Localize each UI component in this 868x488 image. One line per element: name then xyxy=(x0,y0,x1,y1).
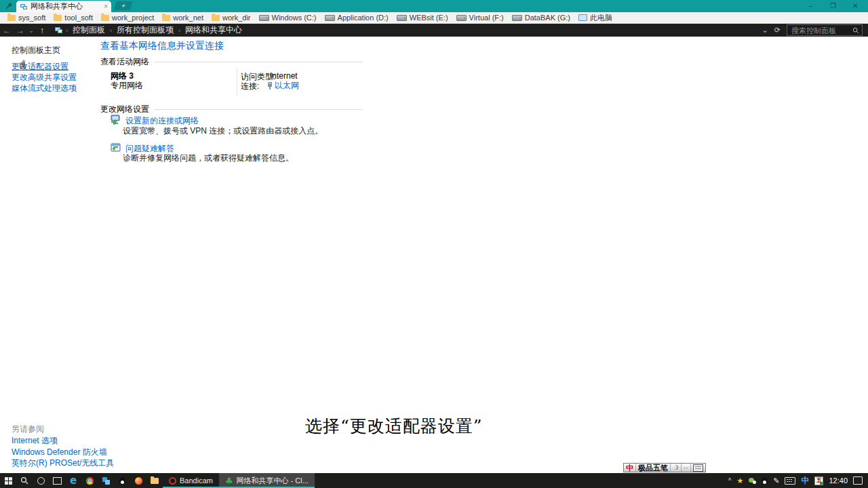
addressbar-right-controls: ⌄ ⟳ xyxy=(762,24,863,36)
see-also-title: 另请参阅 xyxy=(12,424,44,435)
qq-button[interactable] xyxy=(114,473,130,488)
refresh-icon[interactable]: ⟳ xyxy=(774,26,781,35)
wechat-icon[interactable] xyxy=(749,478,756,484)
breadcrumb-all-items[interactable]: 所有控制面板项 xyxy=(117,24,174,36)
minimize-button[interactable]: – xyxy=(800,0,822,12)
section-view-active-networks: 查看活动网络 xyxy=(100,56,363,68)
access-type-value: Internet xyxy=(270,71,298,81)
drive-icon xyxy=(325,15,335,21)
forward-button[interactable]: → xyxy=(14,26,27,35)
taskbar-bandicam-window[interactable]: Bandicam xyxy=(163,473,219,488)
up-button[interactable]: ↑ xyxy=(35,26,49,35)
sidebar-item-control-panel-home[interactable]: 控制面板主页 xyxy=(12,45,60,56)
bookmark-work-project[interactable]: work_project xyxy=(97,14,158,22)
active-network-divider xyxy=(237,68,237,96)
qq-penguin-icon[interactable] xyxy=(762,477,768,485)
section-rule xyxy=(155,62,363,62)
ethernet-icon xyxy=(267,82,273,89)
action-center-icon[interactable] xyxy=(853,476,863,485)
ime-name-label[interactable]: 极品五笔 xyxy=(636,464,671,472)
computer-icon xyxy=(578,14,587,21)
drive-icon xyxy=(512,15,522,21)
tray-star-icon[interactable]: ★ xyxy=(736,476,743,485)
window-controls: – ❐ ✕ xyxy=(800,0,867,12)
ime-toolbar: 中 极品五笔 ☽ ∙∙ xyxy=(623,463,706,472)
back-button[interactable]: ← xyxy=(0,26,14,35)
file-explorer-button[interactable] xyxy=(146,473,163,488)
start-button[interactable] xyxy=(0,473,16,488)
task-setup-new-connection-desc: 设置宽带、拨号或 VPN 连接；或设置路由器或接入点。 xyxy=(123,125,323,137)
task-view-button[interactable] xyxy=(49,473,65,488)
close-button[interactable]: ✕ xyxy=(844,0,867,12)
taskbar-clock[interactable]: 12:40 xyxy=(829,476,848,485)
address-bar: ← → ⌄ ↑ › 控制面板 › 所有控制面板项 › 网络和共享中心 ⌄ ⟳ xyxy=(0,24,868,37)
chrome-button[interactable] xyxy=(81,473,98,488)
search-icon[interactable] xyxy=(852,27,859,34)
firefox-button[interactable] xyxy=(130,473,146,488)
bookmark-drive-f[interactable]: Virtual (F:) xyxy=(452,14,508,22)
touch-keyboard-icon[interactable] xyxy=(785,477,795,485)
bookmark-drive-d[interactable]: Application (D:) xyxy=(321,14,393,22)
breadcrumb-control-panel[interactable]: 控制面板 xyxy=(73,24,105,36)
keyboard-icon xyxy=(693,464,703,472)
desktop-screen: 网络和共享中心 × + – ❐ ✕ sys_soft tool_soft wor… xyxy=(0,0,868,488)
bookmark-drive-c[interactable]: Windows (C:) xyxy=(255,14,321,22)
bookmark-work-dir[interactable]: work_dir xyxy=(208,14,255,22)
ime-fullwidth-moon-icon[interactable]: ☽ xyxy=(671,464,682,472)
folder-icon xyxy=(7,15,16,21)
section-label: 更改网络设置 xyxy=(100,104,149,115)
wrench-menu-icon[interactable] xyxy=(2,1,16,11)
blue-app-button[interactable] xyxy=(98,473,114,488)
drive-icon xyxy=(397,15,407,21)
ime-softkeyboard-button[interactable] xyxy=(691,464,705,472)
ethernet-link[interactable]: 以太网 xyxy=(275,80,299,92)
folder-icon xyxy=(162,15,170,21)
explorer-tab[interactable]: 网络和共享中心 × xyxy=(16,1,111,12)
breadcrumb-network-center[interactable]: 网络和共享中心 xyxy=(185,24,242,36)
edge-icon: e xyxy=(70,476,77,486)
wubi-ime-icon[interactable]: 五 xyxy=(814,476,823,485)
network-type: 专用网络 xyxy=(111,80,143,92)
folder-icon xyxy=(151,478,159,484)
search-box[interactable] xyxy=(787,24,863,36)
taskbar-network-center-window[interactable]: ♣ 网络和共享中心 - Cl... xyxy=(219,473,315,488)
tab-title: 网络和共享中心 xyxy=(31,1,83,12)
ime-mode-indicator[interactable]: 中 xyxy=(624,464,636,472)
bookmark-this-pc[interactable]: 此电脑 xyxy=(574,13,616,23)
search-icon xyxy=(20,476,28,485)
ime-language-indicator[interactable]: 中 xyxy=(801,475,809,487)
clover-titlebar: 网络和共享中心 × + – ❐ ✕ xyxy=(0,0,868,12)
cortana-button[interactable] xyxy=(33,473,49,488)
history-chevron-icon[interactable]: ⌄ xyxy=(27,27,35,34)
sidebar-item-internet-options[interactable]: Internet 选项 xyxy=(12,435,58,447)
bandicam-label: Bandicam xyxy=(180,476,213,485)
sidebar-item-change-advanced-sharing[interactable]: 更改高级共享设置 xyxy=(12,72,77,83)
bookmark-tool-soft[interactable]: tool_soft xyxy=(50,14,97,22)
taskbar-search-button[interactable] xyxy=(16,473,33,488)
folder-icon xyxy=(101,15,109,21)
ime-punctuation-icon[interactable]: ∙∙ xyxy=(682,464,691,472)
crumb-separator: › xyxy=(178,27,180,34)
mouse-hand-cursor: ☝ xyxy=(19,58,25,70)
bookmark-work-net[interactable]: work_net xyxy=(158,14,208,22)
bookmark-drive-e[interactable]: WEBsit (E:) xyxy=(393,14,452,22)
firefox-icon xyxy=(135,477,142,485)
pen-icon[interactable]: ✎ xyxy=(773,476,779,485)
edge-button[interactable]: e xyxy=(65,473,81,488)
sidebar-item-media-streaming-options[interactable]: 媒体流式处理选项 xyxy=(12,83,77,94)
drive-icon xyxy=(259,15,269,21)
tutorial-caption: 选择“更改适配器设置” xyxy=(305,415,483,437)
sidebar-item-intel-proset-wireless[interactable]: 英特尔(R) PROSet/无线工具 xyxy=(12,458,114,469)
folder-icon xyxy=(212,15,220,21)
sidebar-item-windows-defender-firewall[interactable]: Windows Defender 防火墙 xyxy=(12,447,107,458)
maximize-button[interactable]: ❐ xyxy=(822,0,844,12)
tab-close-icon[interactable]: × xyxy=(104,3,108,10)
bookmark-sys-soft[interactable]: sys_soft xyxy=(3,14,50,22)
address-dropdown-icon[interactable]: ⌄ xyxy=(762,26,768,35)
search-input[interactable] xyxy=(790,26,850,35)
new-tab-button[interactable]: + xyxy=(114,1,133,10)
tray-expand-chevron-icon[interactable]: ^ xyxy=(728,477,732,485)
bookmark-drive-g[interactable]: DataBAK (G:) xyxy=(508,14,574,22)
task-view-icon xyxy=(53,477,62,485)
folder-icon xyxy=(54,15,62,21)
